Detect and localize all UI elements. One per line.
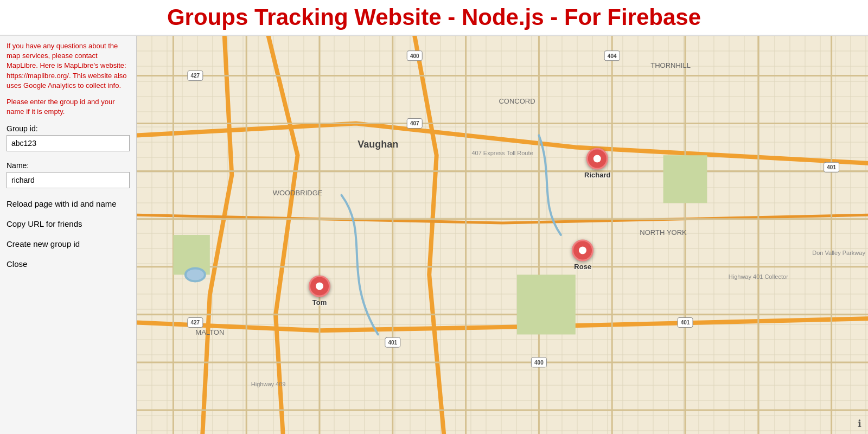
group-id-label: Group id:: [7, 124, 130, 133]
close-link[interactable]: Close: [7, 254, 130, 274]
name-input[interactable]: [7, 172, 130, 188]
sidebar-warning-text: Please enter the group id and your name …: [7, 97, 130, 117]
map-canvas: [137, 36, 868, 434]
sidebar: ‹ If you have any questions about the ma…: [0, 36, 137, 434]
page-title: Groups Tracking Website - Node.js - For …: [9, 4, 859, 30]
tom-marker: Tom: [309, 275, 330, 306]
rose-marker: Rose: [572, 239, 593, 270]
create-group-link[interactable]: Create new group id: [7, 234, 130, 254]
name-label: Name:: [7, 161, 130, 170]
reload-link[interactable]: Reload page with id and name: [7, 194, 130, 214]
copy-url-link[interactable]: Copy URL for friends: [7, 214, 130, 234]
group-id-input[interactable]: [7, 135, 130, 151]
sidebar-info-text: If you have any questions about the map …: [7, 41, 130, 91]
page-header: Groups Tracking Website - Node.js - For …: [0, 0, 868, 36]
main-content: ‹ If you have any questions about the ma…: [0, 36, 868, 434]
map-container: RichardRoseTom ℹ: [137, 36, 868, 434]
richard-marker: Richard: [584, 148, 610, 178]
info-icon[interactable]: ℹ: [858, 418, 861, 430]
